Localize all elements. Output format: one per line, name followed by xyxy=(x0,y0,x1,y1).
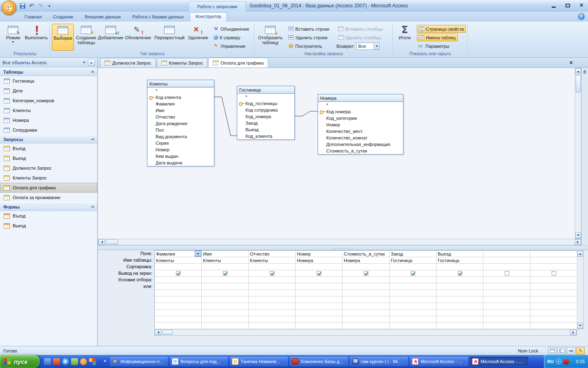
grid-cell[interactable] xyxy=(155,310,202,316)
scrollbar-thumb[interactable] xyxy=(162,330,173,335)
quick-launch-icon[interactable] xyxy=(62,358,69,365)
grid-field-cell[interactable]: Фамилия xyxy=(155,251,202,257)
quick-launch-icon[interactable] xyxy=(80,358,87,365)
grid-cell[interactable] xyxy=(437,316,483,323)
close-button[interactable] xyxy=(577,2,586,9)
grid-cell[interactable] xyxy=(530,303,577,310)
grid-cell[interactable] xyxy=(249,283,296,290)
grid-cell[interactable] xyxy=(343,296,390,303)
grid-cell[interactable] xyxy=(202,290,249,296)
section-header-tables[interactable]: Таблицы xyxy=(0,67,97,76)
grid-cell[interactable] xyxy=(530,283,577,290)
grid-cell[interactable] xyxy=(343,303,390,310)
append-button[interactable]: Добавление xyxy=(98,24,123,51)
quick-launch-icon[interactable] xyxy=(53,358,60,365)
grid-field-cell[interactable] xyxy=(483,251,530,257)
grid-cell[interactable] xyxy=(202,310,249,316)
pass-through-button[interactable]: К серверу xyxy=(212,34,242,41)
grid-cell[interactable] xyxy=(202,277,249,283)
show-checkbox[interactable] xyxy=(270,271,274,276)
scroll-down-button[interactable] xyxy=(577,323,583,329)
grid-cell[interactable] xyxy=(249,277,296,283)
dropdown-arrow-icon[interactable] xyxy=(83,62,85,63)
scroll-right-button[interactable] xyxy=(575,239,581,245)
design-field-row[interactable]: * xyxy=(318,102,403,108)
scrollbar-thumb[interactable] xyxy=(106,240,118,245)
table-names-button[interactable]: Имена таблиц xyxy=(417,34,458,41)
combo-dropdown-button[interactable] xyxy=(374,43,379,49)
show-checkbox[interactable] xyxy=(411,271,415,276)
grid-cell[interactable] xyxy=(202,316,249,323)
document-tab-active[interactable]: Оплата для графика xyxy=(208,58,268,67)
grid-cell[interactable] xyxy=(249,290,296,296)
grid-show-cell[interactable] xyxy=(437,270,483,277)
sidebar-item[interactable]: Клиенты Запрос xyxy=(0,173,97,183)
grid-cell[interactable] xyxy=(249,264,296,270)
grid-cell[interactable] xyxy=(202,264,249,270)
design-field-row[interactable]: Дата рождения xyxy=(147,120,214,127)
sidebar-item[interactable]: Въезд xyxy=(0,211,97,221)
design-table-klienty[interactable]: Клиенты *Код клиентаФамилияИмяОтчествоДа… xyxy=(147,80,214,166)
table-title[interactable]: Номера xyxy=(318,94,403,102)
taskbar-button[interactable]: Танечка Новиков... xyxy=(229,357,288,366)
show-checkbox[interactable] xyxy=(458,271,462,276)
show-checkbox[interactable] xyxy=(176,271,180,276)
grid-table-cell[interactable] xyxy=(483,257,530,264)
show-checkbox[interactable] xyxy=(317,271,321,276)
grid-cell[interactable] xyxy=(343,316,390,323)
grid-cell[interactable] xyxy=(202,283,249,290)
show-checkbox[interactable] xyxy=(552,271,556,276)
show-checkbox[interactable] xyxy=(505,271,509,276)
grid-table-cell[interactable]: Клиенты xyxy=(202,257,249,264)
sidebar-item[interactable]: Выезд xyxy=(0,153,97,163)
sidebar-item[interactable]: Дети xyxy=(0,86,97,96)
grid-cell[interactable] xyxy=(296,296,343,303)
minimize-button[interactable] xyxy=(550,2,558,9)
taskbar-button[interactable]: Вопросы для под... xyxy=(169,357,228,366)
design-field-row[interactable]: Номер xyxy=(147,146,214,153)
grid-cell[interactable] xyxy=(343,277,390,283)
design-field-row[interactable]: Количество_мест xyxy=(318,128,403,135)
grid-cell[interactable] xyxy=(530,316,577,323)
design-field-row[interactable]: Номер xyxy=(318,121,403,128)
grid-show-cell[interactable] xyxy=(202,270,249,277)
view-sql-button[interactable] xyxy=(567,347,575,355)
insert-rows-button[interactable]: Вставить строки xyxy=(287,25,331,33)
grid-cell[interactable] xyxy=(249,323,296,329)
run-button[interactable]: Выполнить xyxy=(24,24,48,51)
grid-cell[interactable] xyxy=(483,323,530,329)
grid-cell[interactable] xyxy=(155,296,202,303)
field-dropdown-button[interactable] xyxy=(195,251,201,257)
grid-table-cell[interactable]: Гостиница xyxy=(437,257,483,264)
join-line[interactable] xyxy=(214,97,237,136)
return-combobox[interactable]: Все xyxy=(356,43,380,50)
grid-cell[interactable] xyxy=(390,316,437,323)
office-button[interactable] xyxy=(2,0,16,15)
grid-cell[interactable] xyxy=(155,264,202,270)
grid-cell[interactable] xyxy=(483,277,530,283)
grid-field-cell[interactable]: Имя xyxy=(202,251,249,257)
design-field-row[interactable]: Код_клиента xyxy=(237,133,294,139)
scroll-right-button[interactable] xyxy=(570,330,577,335)
document-tab[interactable]: Клиенты Запрос xyxy=(157,58,208,67)
design-field-row[interactable]: Кем выдан xyxy=(147,153,214,159)
grid-cell[interactable] xyxy=(483,296,530,303)
grid-cell[interactable] xyxy=(155,316,202,323)
parameters-button[interactable]: Параметры xyxy=(417,42,451,50)
grid-cell[interactable] xyxy=(437,277,483,283)
design-horizontal-scrollbar[interactable] xyxy=(98,239,581,245)
grid-cell[interactable] xyxy=(249,316,296,323)
totals-button[interactable]: Итоги xyxy=(395,24,414,51)
sidebar-item[interactable]: Сотрудники xyxy=(0,125,97,135)
grid-table-cell[interactable]: Номера xyxy=(296,257,343,264)
sidebar-item[interactable]: Должности Запрос xyxy=(0,163,97,173)
grid-cell[interactable] xyxy=(296,323,343,329)
grid-vertical-scrollbar[interactable] xyxy=(577,250,584,329)
tab-home[interactable]: Главная xyxy=(19,13,47,22)
grid-cell[interactable] xyxy=(530,323,577,329)
grid-cell[interactable] xyxy=(483,303,530,310)
design-field-row[interactable]: Фамилия xyxy=(147,101,214,107)
view-datasheet-button[interactable] xyxy=(548,347,557,355)
grid-cell[interactable] xyxy=(390,303,437,310)
grid-cell[interactable] xyxy=(530,310,577,316)
